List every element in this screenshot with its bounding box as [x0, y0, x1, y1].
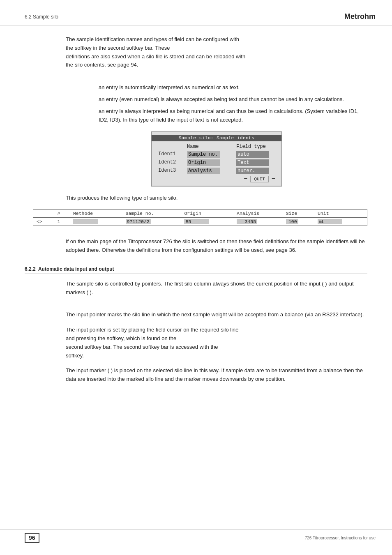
td-size: 100: [283, 218, 314, 226]
th-origin: Origin: [181, 210, 233, 218]
td-sample-no: 971120/2: [122, 218, 181, 226]
th-size: Size: [283, 210, 314, 218]
td-marker: <>: [33, 218, 54, 226]
th-sample-no: Sample no.: [122, 210, 181, 218]
terminal-row-2: Ident2 Origin Text: [152, 159, 281, 167]
para-622-3: The input pointer is set by placing the …: [66, 326, 367, 360]
sample-silo-table: # Methode Sample no. Origin Analysis Siz…: [33, 209, 367, 226]
main-content: The sample identification names and type…: [0, 35, 392, 255]
page-number: 96: [25, 533, 39, 543]
quit-label: ─: [244, 176, 247, 182]
th-unit: Unit: [314, 210, 367, 218]
footer-product: 726 Titroprocessor, Instructions for use: [305, 536, 376, 540]
table-header-row: # Methode Sample no. Origin Analysis Siz…: [33, 210, 367, 218]
th-hash: #: [54, 210, 69, 218]
table-row: <> 1 971120/2 B5 3455 100 mL: [33, 218, 367, 226]
intro-line1: The sample identification names and type…: [66, 36, 239, 42]
section-622-title: Automatic data input and output: [38, 266, 114, 272]
td-analysis: 3455: [233, 218, 283, 226]
logo-area: Metrohm: [342, 12, 376, 21]
page: 6.2 Sample silo Metrohm The sample ident…: [0, 0, 392, 555]
th-marker: [33, 210, 54, 218]
td-origin: B5: [181, 218, 233, 226]
section-622-content: The sample silo is controlled by pointer…: [0, 280, 392, 384]
td-methode: [70, 218, 122, 226]
metrohm-text: Metrohm: [344, 12, 376, 21]
field-desc-2: an entry (even numerical) is always acce…: [99, 95, 367, 104]
terminal-title: Sample silo: Sample idents: [152, 135, 281, 141]
para-622-4: The input marker ( ) is placed on the se…: [66, 366, 367, 384]
intro-line3: definitions are also saved when a silo f…: [66, 53, 245, 60]
terminal-row-1: Ident1 Sample no. auto: [152, 150, 281, 159]
section-622-wrap: 6.2.2 Automatic data input and output: [0, 266, 392, 274]
para-622-2: The input pointer marks the silo line in…: [66, 311, 367, 319]
field-type-descriptions: an entry is automatically interpreted as…: [66, 83, 367, 124]
para-622-3-line2: and pressing the softkey, which is found…: [66, 335, 176, 341]
td-num: 1: [54, 218, 69, 226]
para-622-3-line1: The input pointer is set by placing the …: [66, 327, 239, 333]
intro-line4: the silo contents, see page 94.: [66, 62, 138, 68]
para-between: This produces the following type of samp…: [66, 194, 367, 203]
section-622-heading: 6.2.2 Automatic data input and output: [25, 266, 367, 274]
terminal-header-row: Name Field type: [152, 143, 281, 150]
para-622-1: The sample silo is controlled by pointer…: [66, 280, 367, 297]
para-after-table: If on the main page of the Titroprocesso…: [66, 237, 367, 255]
page-footer: 96 726 Titroprocessor, Instructions for …: [0, 529, 392, 543]
th-methode: Methode: [70, 210, 122, 218]
para-622-3-line4: softkey.: [66, 352, 84, 359]
th-analysis: Analysis: [233, 210, 283, 218]
td-unit: mL: [314, 218, 367, 226]
intro-line2: the softkey in the second softkey bar. T…: [66, 45, 170, 51]
quit-dash: ─: [272, 176, 275, 182]
terminal-quit-row: ─ QUIT ─: [152, 175, 281, 183]
data-table: # Methode Sample no. Origin Analysis Siz…: [33, 209, 367, 226]
col-name-header: Name: [187, 144, 228, 150]
field-desc-1: an entry is automatically interpreted as…: [99, 83, 367, 92]
intro-paragraph: The sample identification names and type…: [66, 35, 367, 69]
terminal-screenshot: Sample silo: Sample idents Name Field ty…: [66, 131, 367, 187]
page-header: 6.2 Sample silo Metrohm: [0, 12, 392, 25]
quit-button[interactable]: QUIT: [250, 176, 268, 182]
section-622-number: 6.2.2: [25, 266, 36, 272]
para-622-3-line3: second softkey bar. The second softkey b…: [66, 344, 218, 350]
field-desc-3: an entry is always interpreted as being …: [99, 107, 367, 124]
terminal-box: Sample silo: Sample idents Name Field ty…: [151, 131, 282, 187]
section-title: 6.2 Sample silo: [25, 14, 58, 20]
col-type-header: Field type: [236, 144, 273, 150]
terminal-row-3: Ident3 Analysis numer.: [152, 167, 281, 175]
